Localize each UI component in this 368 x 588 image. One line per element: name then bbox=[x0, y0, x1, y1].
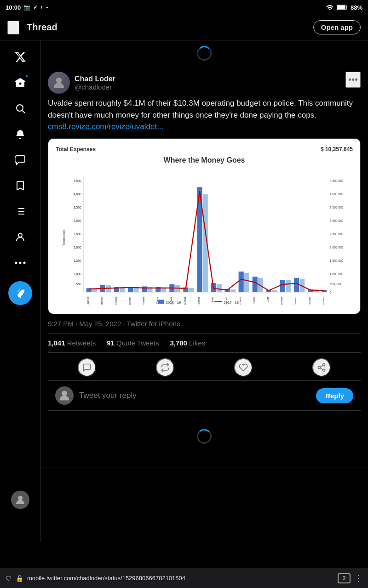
x-label-15: Recreation bbox=[280, 297, 283, 305]
compose-button[interactable] bbox=[8, 281, 32, 305]
y-right-2000000: 2,000,000 bbox=[330, 246, 344, 249]
tweet-stats: 1,041 Retweets 91 Quote Tweets 3,780 Lik… bbox=[48, 333, 361, 353]
y-axis-title: Thousands bbox=[62, 229, 66, 247]
x-label-13: Parks bbox=[252, 297, 255, 304]
legend-label-2018: 2017 - 18 bbox=[224, 300, 239, 305]
reply-action-button[interactable] bbox=[78, 358, 96, 377]
budget-chart: Total Expenses $ 10,357,645 Where the Mo… bbox=[48, 138, 361, 315]
x-label-16: Civic Center bbox=[293, 297, 297, 305]
svg-line-3 bbox=[22, 111, 25, 113]
y-right-2500000: 2,500,000 bbox=[330, 232, 344, 236]
reply-input-area: Reply bbox=[48, 381, 361, 411]
bar-2018-11 bbox=[230, 289, 236, 292]
x-label-8: Fire Marshal bbox=[183, 297, 186, 305]
sidebar-item-notifications[interactable] bbox=[9, 123, 31, 145]
quote-stat[interactable]: 91 Quote Tweets bbox=[107, 339, 159, 347]
y-label-4500: 4,500 bbox=[74, 179, 81, 182]
svg-point-14 bbox=[18, 496, 23, 500]
x-label-3: Administration bbox=[114, 297, 117, 305]
x-label-12: Streets bbox=[238, 297, 242, 305]
y-label-1000: 1,000 bbox=[74, 272, 81, 275]
author-avatar[interactable] bbox=[48, 72, 70, 94]
share-action-button[interactable] bbox=[312, 358, 331, 377]
wifi-icon bbox=[326, 4, 334, 11]
retweet-action-button[interactable] bbox=[156, 358, 174, 377]
sidebar-item-messages[interactable] bbox=[9, 149, 31, 171]
author-info: Chad Loder @chadloder bbox=[75, 75, 115, 91]
svg-point-21 bbox=[62, 391, 67, 396]
y-label-3500: 3,500 bbox=[74, 206, 81, 209]
like-action-button[interactable] bbox=[234, 358, 253, 377]
bar-2018-10 bbox=[217, 283, 222, 292]
reply-text-input[interactable] bbox=[79, 391, 310, 400]
back-button[interactable]: ← bbox=[7, 21, 19, 34]
sidebar-item-profile[interactable] bbox=[9, 226, 31, 248]
svg-point-10 bbox=[18, 233, 22, 237]
sidebar-user-avatar[interactable] bbox=[11, 491, 29, 509]
tweet-more-button[interactable]: ••• bbox=[345, 72, 361, 88]
camera-icon: 📷 bbox=[23, 4, 30, 11]
nav-left: ← Thread bbox=[7, 21, 58, 34]
svg-point-16 bbox=[323, 364, 325, 366]
y-label-2500: 2,500 bbox=[74, 232, 81, 236]
status-time: 10:00 📷 ✓ ⫶ ·· bbox=[6, 4, 48, 11]
chart-title: Where the Money Goes bbox=[56, 156, 353, 164]
bar-2019-5 bbox=[142, 286, 147, 292]
browser-url-text[interactable]: mobile.twitter.com/chadloder/status/1529… bbox=[27, 575, 334, 582]
y-right-3000000: 3,000,000 bbox=[330, 219, 344, 222]
dots-icon: ·· bbox=[46, 5, 48, 10]
y-right-1000000: 1,000,000 bbox=[330, 272, 344, 275]
browser-lock-icon: 🔒 bbox=[16, 575, 23, 582]
svg-rect-1 bbox=[338, 6, 345, 9]
content-area: Chad Loder @chadloder ••• Uvalde spent r… bbox=[40, 40, 368, 542]
sidebar-item-bookmarks[interactable] bbox=[9, 175, 31, 197]
tweet-link[interactable]: cms8.revize.com/revize/uvaldet... bbox=[48, 122, 163, 131]
sidebar bbox=[0, 40, 40, 542]
x-label-4: Finance bbox=[128, 297, 131, 305]
status-bar: 10:00 📷 ✓ ⫶ ·· 88% bbox=[0, 0, 368, 15]
reply-button[interactable]: Reply bbox=[316, 388, 353, 403]
x-label-6: Municipal Court bbox=[155, 297, 159, 305]
svg-point-13 bbox=[23, 262, 25, 264]
tweet-container: Chad Loder @chadloder ••• Uvalde spent r… bbox=[40, 66, 368, 468]
tweet-actions bbox=[48, 355, 361, 381]
page-title: Thread bbox=[27, 22, 58, 33]
bar-2018-15 bbox=[286, 280, 291, 292]
sidebar-item-search[interactable] bbox=[9, 97, 31, 119]
browser-bar: 🛡 🔒 mobile.twitter.com/chadloder/status/… bbox=[0, 568, 368, 588]
y-right-500000: 500,000 bbox=[330, 283, 341, 286]
bar-2018-8 bbox=[189, 288, 194, 292]
status-indicators: 88% bbox=[326, 4, 362, 11]
svg-point-17 bbox=[318, 367, 321, 369]
x-label-17: Opera House bbox=[308, 297, 311, 305]
sidebar-item-home[interactable] bbox=[9, 72, 31, 94]
svg-point-15 bbox=[56, 78, 62, 84]
bar-2019-13 bbox=[253, 277, 258, 292]
y-right-1500000: 1,500,000 bbox=[330, 259, 344, 262]
y-label-4000: 4,000 bbox=[74, 192, 81, 196]
retweet-stat[interactable]: 1,041 Retweets bbox=[48, 339, 96, 347]
browser-tab-count[interactable]: 2 bbox=[338, 573, 351, 583]
open-app-button[interactable]: Open app bbox=[313, 20, 361, 34]
y-label-1500: 1,500 bbox=[74, 259, 81, 262]
svg-point-18 bbox=[323, 369, 325, 371]
home-notification-dot bbox=[25, 74, 29, 78]
spinner-animation-bottom bbox=[197, 429, 212, 444]
svg-point-11 bbox=[15, 262, 17, 264]
loading-spinner-bottom bbox=[48, 411, 361, 462]
reply-user-avatar bbox=[55, 386, 74, 405]
browser-more-button[interactable]: ⋮ bbox=[354, 573, 362, 583]
sidebar-item-more[interactable] bbox=[9, 252, 31, 274]
legend-box-2019 bbox=[158, 300, 164, 304]
likes-stat[interactable]: 3,780 Likes bbox=[170, 339, 205, 347]
svg-point-2 bbox=[17, 105, 23, 111]
author-handle: @chadloder bbox=[75, 83, 115, 91]
sidebar-item-lists[interactable] bbox=[9, 200, 31, 222]
y-label-2000: 2,000 bbox=[74, 246, 81, 249]
x-label-2: Outside Agencies bbox=[100, 297, 103, 305]
sidebar-item-twitter[interactable] bbox=[9, 46, 31, 68]
x-label-18: Cemeteries bbox=[322, 297, 325, 305]
top-navigation: ← Thread Open app bbox=[0, 15, 368, 40]
check-icon: ✓ bbox=[33, 4, 38, 11]
signal-icon: ⫶ bbox=[40, 5, 43, 10]
